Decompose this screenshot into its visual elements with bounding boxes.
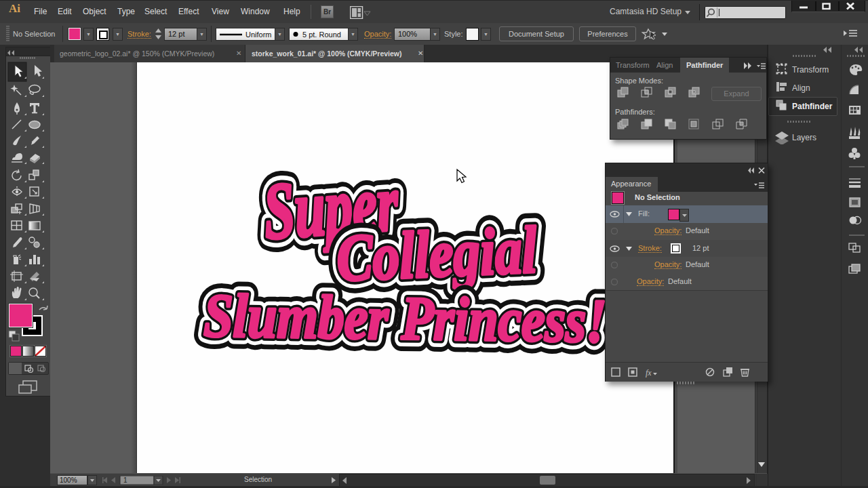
svg-text:1: 1 — [123, 476, 127, 484]
svg-text:Uniform: Uniform — [245, 30, 272, 39]
svg-text:fx: fx — [646, 368, 652, 378]
svg-text:5 pt. Round: 5 pt. Round — [302, 30, 341, 39]
svg-text:Collegial: Collegial — [335, 213, 538, 295]
svg-text:Slumber Princess!: Slumber Princess! — [203, 281, 607, 355]
